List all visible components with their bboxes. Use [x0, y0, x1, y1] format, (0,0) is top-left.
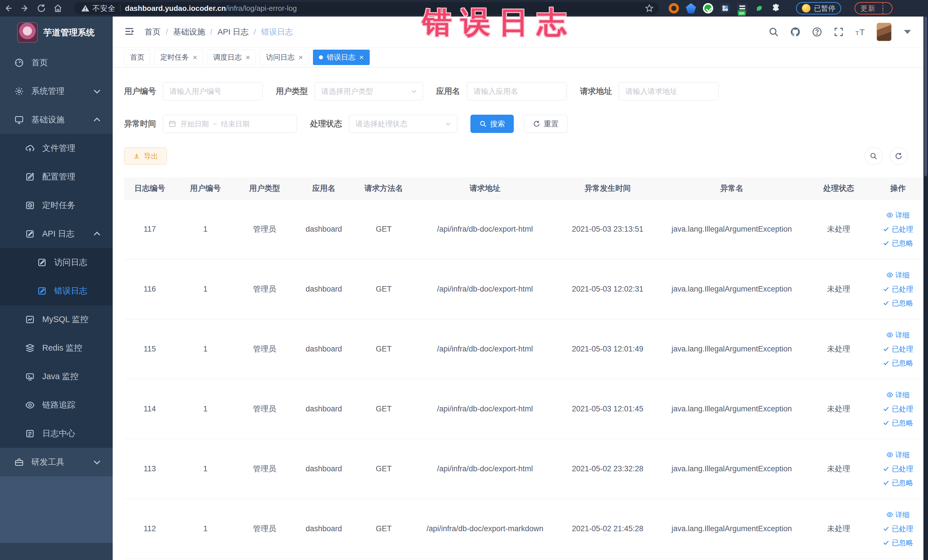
tab-close-icon[interactable]: ×	[193, 53, 197, 61]
github-icon[interactable]	[790, 26, 801, 37]
mark-ignored-link-label: 已忽略	[892, 298, 913, 308]
tab-scheduled-tasks[interactable]: 定时任务×	[154, 50, 203, 65]
tab-close-icon[interactable]: ×	[359, 53, 364, 61]
log-edit-icon	[25, 229, 35, 239]
sidebar-item-redis-monitor[interactable]: Redis 监控	[0, 334, 113, 362]
window-scrollbar[interactable]	[923, 17, 928, 560]
tab-error-log[interactable]: 错误日志×	[313, 50, 370, 65]
extension-icon-grid[interactable]	[720, 3, 730, 14]
detail-link[interactable]: 详细	[886, 211, 910, 220]
detail-link[interactable]: 详细	[886, 330, 910, 340]
sidebar-item-label: 链路追踪	[42, 400, 75, 411]
sidebar-item-error-log[interactable]: 错误日志	[0, 277, 113, 305]
mark-ignored-link[interactable]: 已忽略	[883, 538, 913, 548]
sidebar-item-access-log[interactable]: 访问日志	[0, 248, 113, 277]
breadcrumb-infrastructure[interactable]: 基础设施	[173, 26, 205, 37]
extension-icon-blue-shield[interactable]	[686, 3, 696, 14]
user-type-select[interactable]	[314, 82, 423, 101]
extensions-puzzle-icon[interactable]	[771, 3, 781, 13]
forward-arrow-icon	[20, 3, 30, 13]
fullscreen-icon[interactable]	[833, 26, 844, 37]
detail-link[interactable]: 详细	[886, 390, 910, 400]
export-button[interactable]: 导出	[124, 148, 167, 165]
sidebar-collapse-button[interactable]	[124, 26, 135, 38]
extension-icon-green-check[interactable]	[703, 3, 713, 14]
scrollbar-thumb[interactable]	[924, 17, 927, 176]
tab-schedule-log[interactable]: 调度日志×	[207, 50, 256, 65]
tab-close-icon[interactable]: ×	[246, 53, 250, 61]
sidebar-item-file-management[interactable]: 文件管理	[0, 134, 113, 163]
extension-icon-orange[interactable]	[669, 3, 679, 14]
mark-ignored-link[interactable]: 已忽略	[883, 298, 913, 308]
tab-home[interactable]: 首页	[124, 50, 150, 65]
reset-button[interactable]: 重置	[524, 115, 568, 133]
app-logo-row[interactable]: 芋道管理系统	[0, 17, 113, 49]
exception-time-range-picker[interactable]: 开始日期 ~ 结束日期	[163, 115, 297, 133]
browser-menu-kebab-icon[interactable]: ⋮⋮	[879, 4, 887, 12]
app-name-input[interactable]	[467, 82, 567, 101]
mark-processed-link[interactable]: 已处理	[883, 224, 913, 234]
cell-user-type: 管理员	[235, 319, 294, 379]
detail-link[interactable]: 详细	[886, 450, 910, 459]
search-icon[interactable]	[768, 26, 779, 37]
mark-ignored-link[interactable]: 已忽略	[883, 418, 913, 428]
user-id-input[interactable]	[163, 82, 263, 101]
help-icon[interactable]	[812, 26, 823, 37]
cell-exception-name: java.lang.IllegalArgumentException	[659, 439, 804, 499]
cell-status: 未处理	[804, 259, 873, 319]
sidebar-item-dev-tools[interactable]: 研发工具	[0, 448, 113, 476]
sidebar-item-mysql-monitor[interactable]: MySQL 监控	[0, 305, 113, 334]
breadcrumb-api-log[interactable]: API 日志	[218, 26, 249, 37]
browser-forward-button[interactable]	[17, 0, 33, 17]
sidebar-item-scheduled-tasks[interactable]: 定时任务	[0, 191, 113, 220]
detail-link[interactable]: 详细	[886, 270, 910, 280]
mark-processed-link[interactable]: 已处理	[883, 284, 913, 294]
browser-back-button[interactable]	[0, 0, 17, 17]
browser-update-button[interactable]: 更新 ⋮⋮	[855, 2, 893, 15]
sidebar-item-home[interactable]: 首页	[0, 49, 113, 77]
cell-method: GET	[354, 379, 414, 439]
sidebar-item-system-management[interactable]: 系统管理	[0, 77, 113, 105]
user-avatar[interactable]	[877, 23, 891, 41]
font-size-icon[interactable]: TT	[855, 26, 866, 37]
mark-processed-link[interactable]: 已处理	[883, 404, 913, 414]
profile-paused-badge[interactable]: 已暂停	[796, 2, 841, 15]
detail-link-label: 详细	[896, 450, 910, 459]
mark-ignored-link[interactable]: 已忽略	[883, 238, 913, 248]
user-id-field-wrap	[163, 82, 263, 101]
bookmark-star-icon[interactable]	[645, 4, 654, 13]
extension-icon-switch-on[interactable]	[737, 3, 748, 14]
check-icon	[883, 525, 890, 532]
toggle-search-button[interactable]	[865, 147, 882, 165]
tab-close-icon[interactable]: ×	[298, 53, 303, 61]
mark-ignored-link[interactable]: 已忽略	[883, 478, 913, 488]
cell-actions: 详细 已处理 已忽略	[873, 499, 923, 558]
cell-actions: 详细 已处理 已忽略	[873, 319, 923, 379]
detail-link[interactable]: 详细	[886, 510, 910, 519]
mark-processed-link[interactable]: 已处理	[883, 524, 913, 534]
app-title: 芋道管理系统	[43, 27, 95, 38]
browser-home-button[interactable]	[50, 0, 66, 17]
toolbox-icon	[14, 457, 24, 467]
extension-icon-leaf[interactable]	[754, 3, 765, 14]
cell-app-name: dashboard	[294, 319, 354, 379]
sidebar-item-config-management[interactable]: 配置管理	[0, 163, 113, 191]
sidebar-item-trace[interactable]: 链路追踪	[0, 391, 113, 420]
sidebar-item-infrastructure[interactable]: 基础设施	[0, 105, 113, 134]
cell-app-name: dashboard	[294, 499, 354, 558]
process-status-select[interactable]	[349, 115, 457, 133]
sidebar-item-log-center[interactable]: 日志中心	[0, 420, 113, 448]
request-url-input[interactable]	[619, 82, 719, 101]
sidebar-item-java-monitor[interactable]: Java 监控	[0, 362, 113, 391]
mark-processed-link[interactable]: 已处理	[883, 464, 913, 473]
search-button[interactable]: 搜索	[470, 115, 514, 133]
user-menu-caret-icon[interactable]	[904, 30, 911, 34]
browser-reload-button[interactable]	[33, 0, 50, 17]
cell-actions: 详细 已处理 已忽略	[873, 439, 923, 499]
tab-access-log[interactable]: 访问日志×	[260, 50, 309, 65]
breadcrumb-home[interactable]: 首页	[145, 26, 160, 37]
sidebar-item-api-log[interactable]: API 日志	[0, 220, 113, 248]
refresh-table-button[interactable]	[890, 147, 907, 165]
mark-processed-link[interactable]: 已处理	[883, 344, 913, 354]
mark-ignored-link[interactable]: 已忽略	[883, 358, 913, 368]
